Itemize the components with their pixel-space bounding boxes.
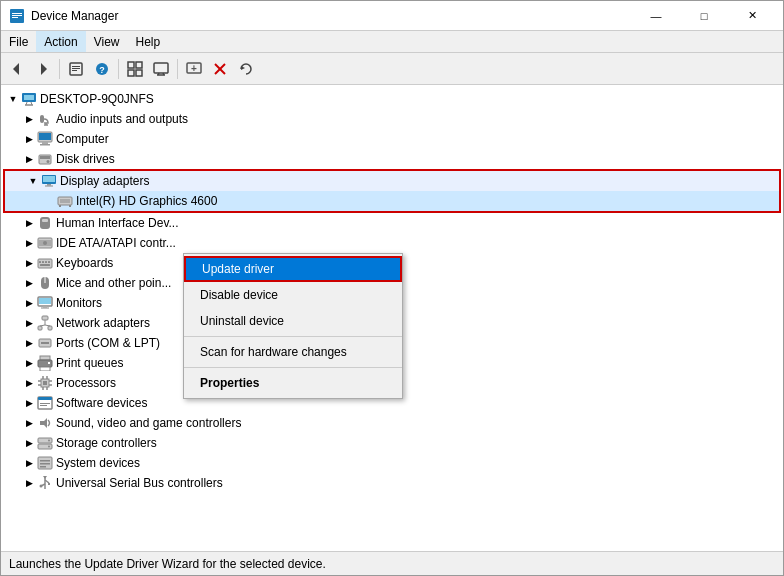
audio-label: Audio inputs and outputs [56, 112, 188, 126]
svg-rect-8 [72, 68, 80, 69]
expand-software[interactable]: ▶ [21, 395, 37, 411]
hid-icon [37, 215, 53, 231]
tree-item-computer[interactable]: ▶ Computer [1, 129, 783, 149]
maximize-button[interactable]: □ [681, 1, 727, 31]
ctx-scan[interactable]: Scan for hardware changes [184, 339, 402, 365]
mice-label: Mice and other poin... [56, 276, 171, 290]
toolbar-forward[interactable] [31, 57, 55, 81]
disk-icon [37, 151, 53, 167]
svg-marker-101 [43, 476, 47, 479]
svg-line-70 [45, 325, 50, 326]
tree-item-usb[interactable]: ▶ Universal Serial Bus controllers [1, 473, 783, 493]
svg-rect-78 [43, 381, 47, 385]
toolbar-back[interactable] [5, 57, 29, 81]
root-label: DESKTOP-9Q0JNFS [40, 92, 154, 106]
svg-rect-89 [40, 403, 50, 404]
processors-label: Processors [56, 376, 116, 390]
expand-audio[interactable]: ▶ [21, 111, 37, 127]
tree-item-ide[interactable]: ▶ IDE ATA/ATAPI contr... [1, 233, 783, 253]
svg-rect-58 [40, 264, 50, 266]
toolbar-grid[interactable] [123, 57, 147, 81]
tree-item-hid[interactable]: ▶ Human Interface Dev... [1, 213, 783, 233]
ctx-properties[interactable]: Properties [184, 370, 402, 396]
ports-icon [37, 335, 53, 351]
svg-point-39 [47, 160, 50, 163]
expand-usb[interactable]: ▶ [21, 475, 37, 491]
svg-rect-16 [154, 63, 168, 73]
expand-processors[interactable]: ▶ [21, 375, 37, 391]
svg-rect-48 [40, 217, 50, 229]
minimize-button[interactable]: — [633, 1, 679, 31]
toolbar-remove[interactable] [208, 57, 232, 81]
monitors-label: Monitors [56, 296, 102, 310]
ctx-separator-2 [184, 367, 402, 368]
svg-rect-35 [42, 142, 48, 144]
expand-storage[interactable]: ▶ [21, 435, 37, 451]
svg-text:?: ? [99, 65, 105, 75]
window-icon [9, 8, 25, 24]
toolbar-add[interactable]: + [182, 57, 206, 81]
svg-marker-5 [41, 63, 47, 75]
toolbar-help[interactable]: ? [90, 57, 114, 81]
tree-item-display[interactable]: ▼ Display adapters [5, 171, 779, 191]
keyboards-label: Keyboards [56, 256, 113, 270]
expand-display[interactable]: ▼ [25, 173, 41, 189]
storage-icon [37, 435, 53, 451]
ctx-disable-device[interactable]: Disable device [184, 282, 402, 308]
device-tree[interactable]: ▼ DESKTOP-9Q0JNFS ▶ [1, 85, 783, 551]
expand-hid[interactable]: ▶ [21, 215, 37, 231]
expand-network[interactable]: ▶ [21, 315, 37, 331]
svg-line-69 [40, 325, 45, 326]
svg-rect-1 [12, 13, 22, 14]
toolbar-sep-3 [177, 59, 178, 79]
toolbar-refresh[interactable] [234, 57, 258, 81]
expand-mice[interactable]: ▶ [21, 275, 37, 291]
sound-icon [37, 415, 53, 431]
expand-monitors[interactable]: ▶ [21, 295, 37, 311]
expand-disk[interactable]: ▶ [21, 151, 37, 167]
toolbar-monitor[interactable] [149, 57, 173, 81]
toolbar-sep-2 [118, 59, 119, 79]
menu-action[interactable]: Action [36, 31, 85, 52]
menu-file[interactable]: File [1, 31, 36, 52]
svg-rect-41 [43, 176, 55, 182]
keyboard-icon [37, 255, 53, 271]
menu-view[interactable]: View [86, 31, 128, 52]
tree-root[interactable]: ▼ DESKTOP-9Q0JNFS [1, 89, 783, 109]
expand-computer[interactable]: ▶ [21, 131, 37, 147]
display-adapter-highlight: ▼ Display adapters ▶ [3, 169, 781, 213]
svg-rect-72 [41, 342, 49, 344]
status-bar: Launches the Update Driver Wizard for th… [1, 551, 783, 575]
svg-rect-98 [40, 463, 50, 465]
processor-icon [37, 375, 53, 391]
expand-root[interactable]: ▼ [5, 91, 21, 107]
ctx-update-driver[interactable]: Update driver [184, 256, 402, 282]
software-icon [37, 395, 53, 411]
expand-system[interactable]: ▶ [21, 455, 37, 471]
svg-rect-2 [12, 15, 22, 16]
tree-item-sound[interactable]: ▶ Sound, video and game controllers [1, 413, 783, 433]
ctx-uninstall-device[interactable]: Uninstall device [184, 308, 402, 334]
usb-icon [37, 475, 53, 491]
expand-sound[interactable]: ▶ [21, 415, 37, 431]
toolbar-properties[interactable] [64, 57, 88, 81]
svg-rect-56 [45, 261, 47, 263]
tree-item-disk[interactable]: ▶ Disk drives [1, 149, 783, 169]
status-text: Launches the Update Driver Wizard for th… [9, 557, 326, 571]
display-label: Display adapters [60, 174, 149, 188]
svg-point-95 [48, 446, 50, 448]
mouse-icon [37, 275, 53, 291]
title-controls: — □ ✕ [633, 1, 775, 31]
tree-item-system[interactable]: ▶ System devices [1, 453, 783, 473]
expand-ide[interactable]: ▶ [21, 235, 37, 251]
expand-ports[interactable]: ▶ [21, 335, 37, 351]
tree-item-audio[interactable]: ▶ Audio inputs and outputs [1, 109, 783, 129]
svg-rect-38 [40, 156, 50, 159]
tree-item-intel[interactable]: ▶ Intel(R) HD Graphics 4600 [5, 191, 779, 211]
expand-keyboards[interactable]: ▶ [21, 255, 37, 271]
close-button[interactable]: ✕ [729, 1, 775, 31]
expand-print[interactable]: ▶ [21, 355, 37, 371]
menu-help[interactable]: Help [128, 31, 169, 52]
svg-point-52 [43, 241, 47, 245]
tree-item-storage[interactable]: ▶ Storage controllers [1, 433, 783, 453]
